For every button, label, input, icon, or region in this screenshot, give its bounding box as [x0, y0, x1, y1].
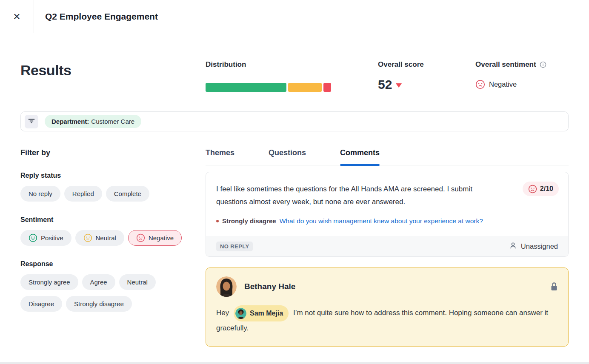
- filter-pill-positive[interactable]: Positive: [20, 230, 71, 246]
- page-title: Q2 Employee Engagement: [45, 0, 158, 33]
- negative-face-icon: [528, 185, 537, 193]
- question-link[interactable]: What do you wish management knew about y…: [280, 217, 483, 225]
- response-section: Response Strongly agree Agree Neutral Di…: [20, 260, 206, 312]
- response-heading: Response: [20, 260, 206, 268]
- filter-by-heading: Filter by: [20, 148, 206, 157]
- tab-questions[interactable]: Questions: [269, 148, 306, 165]
- mention-avatar: [235, 308, 246, 319]
- author-avatar: [216, 276, 237, 297]
- pill-label: Complete: [114, 190, 141, 197]
- assignee-control[interactable]: Unassigned: [509, 242, 558, 251]
- distribution-segment-neutral: [288, 83, 322, 92]
- score-value: 2/10: [540, 185, 553, 193]
- results-heading: Results: [20, 62, 206, 79]
- assignee-label: Unassigned: [521, 242, 558, 250]
- overall-sentiment-column: Overall sentiment Negative: [475, 60, 569, 89]
- filter-button[interactable]: [25, 115, 38, 128]
- filter-pill-replied[interactable]: Replied: [64, 186, 102, 202]
- tab-comments[interactable]: Comments: [340, 148, 380, 165]
- pill-label: Replied: [72, 190, 94, 197]
- pill-label: Neutral: [96, 234, 116, 242]
- department-filter-chip[interactable]: Department: Customer Care: [45, 115, 141, 128]
- reply-card: Bethany Hale Hey: [206, 267, 569, 347]
- score-badge: 2/10: [523, 182, 559, 196]
- distribution-segment-positive: [206, 83, 286, 92]
- distribution-label: Distribution: [206, 60, 378, 69]
- sentiment-heading: Sentiment: [20, 216, 206, 224]
- reply-status-heading: Reply status: [20, 172, 206, 179]
- summary-row: Results Distribution Overall score 52 Ov…: [0, 33, 589, 92]
- pill-label: Strongly agree: [29, 279, 70, 286]
- pill-label: Negative: [149, 234, 174, 242]
- question-row: Strongly disagree What do you wish manag…: [216, 217, 558, 225]
- distribution-column: Distribution: [206, 60, 378, 92]
- filter-bar: Department: Customer Care: [20, 111, 569, 131]
- body-row: Filter by Reply status No reply Replied …: [0, 131, 589, 347]
- filter-sidebar: Filter by Reply status No reply Replied …: [20, 148, 206, 347]
- close-icon: ×: [13, 11, 20, 23]
- filter-pill-complete[interactable]: Complete: [106, 186, 149, 202]
- author-name: Bethany Hale: [244, 282, 295, 291]
- reply-message: Hey Sam Mejia I’m not quite sure how to …: [216, 305, 558, 335]
- filter-pill-agree[interactable]: Agree: [82, 274, 115, 290]
- comment-card: I feel like sometimes the questions for …: [206, 172, 569, 257]
- overall-score-value: 52: [378, 77, 392, 92]
- person-icon: [509, 242, 517, 251]
- filter-pill-no-reply[interactable]: No reply: [20, 186, 60, 202]
- info-icon[interactable]: [540, 61, 546, 68]
- distribution-bar: [206, 83, 331, 92]
- trend-down-icon: [396, 83, 402, 88]
- reply-status-section: Reply status No reply Replied Complete: [20, 172, 206, 202]
- lock-icon: [550, 282, 558, 291]
- distribution-segment-negative: [323, 83, 331, 92]
- pill-label: No reply: [29, 190, 52, 197]
- pill-label: Positive: [41, 234, 63, 242]
- mention-chip[interactable]: Sam Mejia: [234, 305, 289, 321]
- overall-score-column: Overall score 52: [378, 60, 475, 92]
- department-filter-label: Department:: [51, 118, 89, 125]
- response-bullet-icon: [216, 220, 219, 222]
- reply-message-prefix: Hey: [216, 309, 229, 317]
- filter-pill-disagree[interactable]: Disagree: [20, 296, 62, 312]
- pill-label: Strongly disagree: [74, 300, 124, 307]
- pill-label: Neutral: [127, 279, 148, 286]
- neutral-face-icon: [83, 233, 92, 242]
- tab-bar: Themes Questions Comments: [206, 148, 569, 165]
- negative-face-icon: [136, 233, 145, 242]
- filter-pill-strongly-disagree[interactable]: Strongly disagree: [66, 296, 132, 312]
- close-button[interactable]: ×: [0, 0, 34, 33]
- filter-icon: [28, 117, 35, 126]
- comment-text: I feel like sometimes the questions for …: [216, 183, 497, 208]
- comment-card-footer: NO REPLY Unassigned: [206, 236, 568, 256]
- filter-pill-neutral-sentiment[interactable]: Neutral: [75, 230, 124, 246]
- filter-pill-strongly-agree[interactable]: Strongly agree: [20, 274, 78, 290]
- main-column: Themes Questions Comments I feel like so…: [206, 148, 569, 347]
- filter-pill-neutral-response[interactable]: Neutral: [119, 274, 156, 290]
- overall-sentiment-label: Overall sentiment: [475, 60, 536, 69]
- filter-pill-negative[interactable]: Negative: [128, 230, 182, 246]
- response-value: Strongly disagree: [222, 217, 276, 225]
- sentiment-section: Sentiment Positive: [20, 216, 206, 246]
- pill-label: Agree: [90, 279, 107, 286]
- negative-face-icon: [475, 80, 485, 89]
- tab-themes[interactable]: Themes: [206, 148, 234, 165]
- pill-label: Disagree: [29, 300, 54, 307]
- reply-status-badge: NO REPLY: [216, 242, 253, 251]
- positive-face-icon: [29, 233, 37, 242]
- bottom-edge-strip: [0, 362, 589, 364]
- mention-name: Sam Mejia: [250, 307, 283, 320]
- department-filter-value: Customer Care: [91, 118, 134, 125]
- overall-score-label: Overall score: [378, 60, 475, 69]
- overall-sentiment-value: Negative: [489, 80, 517, 88]
- top-bar: × Q2 Employee Engagement: [0, 0, 589, 33]
- results-column: Results: [20, 60, 206, 79]
